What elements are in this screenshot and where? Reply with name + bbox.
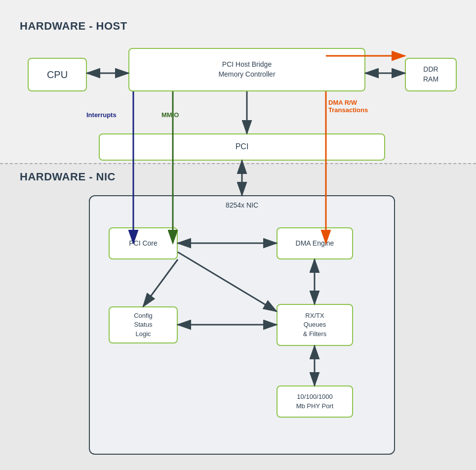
pci-core-box: PCI Core [109,227,178,259]
phy-port-box: 10/100/1000Mb PHY Port [277,385,353,418]
nic-section-label: HARDWARE - NIC [20,171,116,183]
dma-engine-box: DMA Engine [277,227,353,259]
ddr-ram-box: DDRRAM [405,58,457,91]
pci-box: PCI [99,133,385,161]
cpu-box: CPU [28,58,87,91]
rxtx-queues-box: RX/TXQueues& Filters [277,304,353,346]
nic-label: 8254x NIC [226,201,258,209]
host-section-label: HARDWARE - HOST [20,20,127,33]
dma-rw-label: DMA R/WTransactions [328,99,368,114]
interrupts-label: Interrupts [86,111,117,119]
pci-host-bridge-box: PCI Host BridgeMemory Controller [128,48,365,91]
config-status-box: ConfigStatusLogic [109,306,178,343]
section-divider [0,163,476,164]
mmio-label: MMIO [161,111,179,119]
diagram-container: HARDWARE - HOST HARDWARE - NIC CPU PCI H… [0,0,476,470]
